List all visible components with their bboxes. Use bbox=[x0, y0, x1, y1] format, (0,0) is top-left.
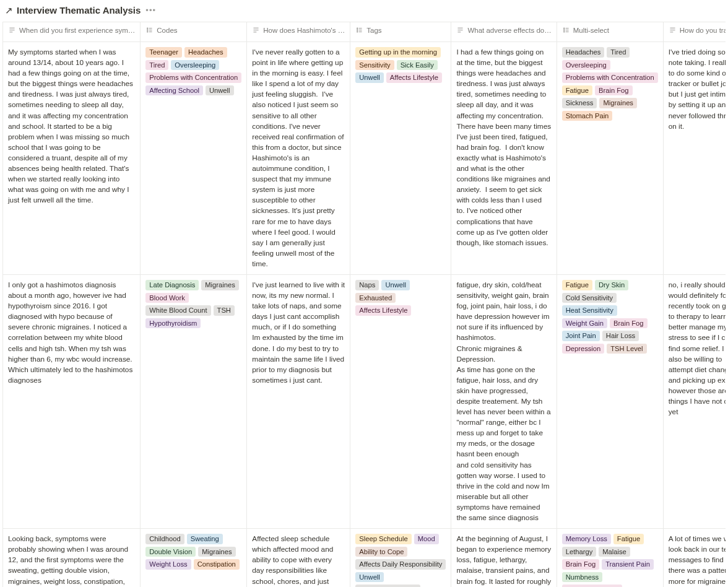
tag-pill: Naps bbox=[355, 280, 379, 290]
table-row[interactable]: I only got a hashimotos diagnosis about … bbox=[3, 274, 726, 528]
text-cell[interactable]: I've just learned to live with it now, i… bbox=[247, 274, 350, 528]
column-header-label: How do you track y… bbox=[680, 27, 726, 34]
column-header[interactable]: When did you first experience sym… bbox=[3, 22, 141, 42]
tag-pill: Affects Lifestyle bbox=[386, 72, 442, 83]
tag-pill: Unwell bbox=[355, 572, 384, 583]
tag-pill: Sick Easily bbox=[397, 60, 438, 71]
svg-point-3 bbox=[147, 28, 148, 28]
tag-pill: Affects Daily Responsibility bbox=[355, 559, 446, 570]
svg-point-16 bbox=[357, 32, 358, 32]
multi-select-cell[interactable]: TeenagerHeadachesTiredOversleepingProble… bbox=[141, 42, 247, 275]
multi-select-cell[interactable]: HeadachesTiredOversleepingProblems with … bbox=[557, 42, 663, 275]
text-cell[interactable]: My symptoms started when I was around 13… bbox=[3, 42, 141, 275]
multi-select-cell[interactable]: FatigueDry SkinCold SensitivityHeat Sens… bbox=[557, 274, 663, 528]
text-cell[interactable]: A lot of times we would look back in our… bbox=[663, 529, 726, 587]
tag-pill: TSH bbox=[214, 305, 235, 316]
open-as-page-icon[interactable]: ↗ bbox=[5, 6, 13, 15]
svg-point-23 bbox=[563, 30, 564, 30]
text-cell[interactable]: I only got a hashimotos diagnosis about … bbox=[3, 274, 141, 528]
tag-pill: Headaches bbox=[562, 47, 605, 58]
tag-pill: Weight Gain bbox=[562, 318, 607, 329]
column-header-label: Multi-select bbox=[573, 27, 609, 34]
text-cell[interactable]: I've never really gotten to a point in l… bbox=[247, 42, 350, 275]
text-cell[interactable]: At the beginning of August, I began to e… bbox=[451, 529, 557, 587]
tag-pill: Problems with Concentration bbox=[562, 72, 658, 83]
column-header[interactable]: Multi-select bbox=[557, 22, 663, 42]
table-body: My symptoms started when I was around 13… bbox=[3, 42, 726, 588]
text-cell[interactable]: Affected sleep schedule which affected m… bbox=[247, 529, 350, 587]
table-row[interactable]: Looking back, symptoms were probably sho… bbox=[3, 529, 726, 587]
tag-pill: Joint Pain bbox=[562, 331, 600, 341]
tag-pill: Tired bbox=[607, 47, 630, 58]
column-header[interactable]: What adverse effects do… bbox=[451, 22, 557, 42]
database-table-wrap: When did you first experience sym…CodesH… bbox=[2, 22, 726, 587]
tag-pill: Tired bbox=[145, 60, 168, 71]
svg-point-25 bbox=[563, 32, 564, 32]
column-header[interactable]: How does Hashimoto's … bbox=[247, 22, 350, 42]
tag-pill: Unwell bbox=[355, 72, 384, 83]
database-table: When did you first experience sym…CodesH… bbox=[2, 22, 726, 587]
text-property-icon bbox=[456, 26, 464, 34]
tag-pill: Muscle Twitching bbox=[562, 585, 622, 587]
more-actions-icon[interactable]: ••• bbox=[144, 6, 156, 15]
tag-pill: TSH Level bbox=[607, 344, 646, 354]
column-header[interactable]: Codes bbox=[141, 22, 247, 42]
svg-point-7 bbox=[147, 32, 148, 32]
tag-pill: Brain Fog bbox=[610, 318, 648, 329]
tag-pill: Fatigue bbox=[562, 280, 592, 290]
page-title-row: ↗ Interview Thematic Analysis ••• bbox=[2, 4, 726, 22]
tag-pill: Hair Loss bbox=[602, 331, 639, 341]
text-property-icon bbox=[8, 26, 16, 34]
text-property-icon bbox=[252, 26, 260, 34]
multi-select-cell[interactable]: ChildhoodSweatingDouble VisionMigrainesW… bbox=[141, 529, 247, 587]
tag-pill: Affecting School bbox=[145, 85, 203, 96]
tag-pill: Childhood bbox=[145, 534, 184, 544]
tag-pill: Oversleeping bbox=[562, 60, 610, 71]
table-header-row: When did you first experience sym…CodesH… bbox=[3, 22, 726, 42]
column-header-label: How does Hashimoto's … bbox=[263, 27, 345, 34]
tag-pill: Transient Pain bbox=[602, 559, 654, 570]
tag-pill: Memory Loss bbox=[562, 534, 611, 544]
tag-pill: Unwell bbox=[206, 85, 234, 96]
tag-pill: Late Diagnosis bbox=[145, 280, 199, 290]
tag-pill: Brain Fog bbox=[562, 559, 600, 570]
svg-point-14 bbox=[357, 30, 358, 30]
multi-select-icon bbox=[145, 26, 154, 34]
tag-pill: Double Vision bbox=[145, 547, 196, 557]
multi-select-cell[interactable]: Memory LossFatigueLethargyMalaiseBrain F… bbox=[557, 529, 663, 587]
text-cell[interactable]: Looking back, symptoms were probably sho… bbox=[3, 529, 141, 587]
column-header-label: Tags bbox=[366, 27, 381, 34]
tag-pill: Lethargy bbox=[562, 547, 597, 557]
tag-pill: Migraines bbox=[198, 547, 236, 557]
multi-select-cell[interactable]: Late DiagnosisMigrainesBlood WorkWhite B… bbox=[141, 274, 247, 528]
tag-pill: Migraines bbox=[201, 280, 239, 290]
multi-select-cell[interactable]: Sleep ScheduleMoodAbility to CopeAffects… bbox=[350, 529, 451, 587]
text-cell[interactable]: no, i really should but I would definite… bbox=[663, 274, 726, 528]
tag-pill: Stomach Pain bbox=[562, 111, 613, 121]
tag-pill: Brain Fog bbox=[595, 85, 633, 96]
multi-select-icon bbox=[562, 26, 570, 34]
text-cell[interactable]: I had a few things going on at the time,… bbox=[451, 42, 557, 275]
tag-pill: Teenager bbox=[145, 47, 182, 58]
tag-pill: Sweating bbox=[187, 534, 223, 544]
multi-select-cell[interactable]: Getting up in the morningSensitivitySick… bbox=[350, 42, 451, 275]
text-cell[interactable]: I've tried doing some note taking. I rea… bbox=[663, 42, 726, 275]
tag-pill: Weight Loss bbox=[145, 559, 191, 570]
column-header[interactable]: How do you track y… bbox=[663, 22, 726, 42]
svg-point-5 bbox=[147, 30, 148, 30]
multi-select-cell[interactable]: NapsUnwellExhaustedAffects Lifestyle bbox=[350, 274, 451, 528]
text-cell[interactable]: fatigue, dry skin, cold/heat sensitivity… bbox=[451, 274, 557, 528]
tag-pill: Dry Skin bbox=[595, 280, 628, 290]
column-header[interactable]: Tags bbox=[350, 22, 451, 42]
tag-pill: Numbness bbox=[562, 572, 602, 583]
tag-pill: Migraines bbox=[599, 98, 637, 108]
tag-pill: Blood Work bbox=[145, 293, 189, 303]
table-row[interactable]: My symptoms started when I was around 13… bbox=[3, 42, 726, 275]
tag-pill: Hypothyroidism bbox=[145, 318, 201, 329]
page-title[interactable]: Interview Thematic Analysis bbox=[17, 5, 141, 15]
text-property-icon bbox=[669, 26, 677, 34]
column-header-label: What adverse effects do… bbox=[467, 27, 551, 34]
tag-pill: Depression bbox=[562, 344, 605, 354]
svg-point-12 bbox=[357, 28, 358, 28]
tag-pill: Getting up in the morning bbox=[355, 47, 441, 58]
